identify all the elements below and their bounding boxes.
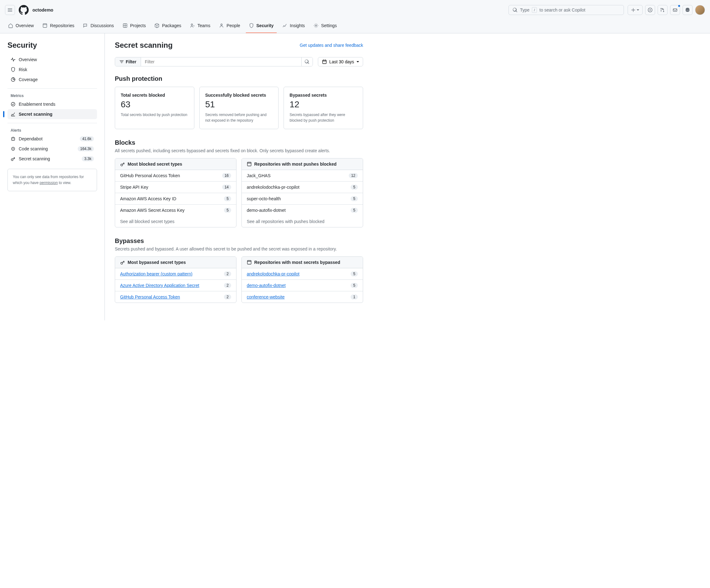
hamburger-menu-button[interactable] [5, 5, 15, 15]
sidebar-item-secret-scanning-alerts[interactable]: Secret scanning 3.3k [7, 154, 97, 164]
blocks-heading: Blocks [115, 139, 363, 146]
see-all-blocked-types-link[interactable]: See all blocked secret types [115, 216, 236, 227]
sidebar-section-metrics: Metrics [7, 91, 97, 99]
sidebar-item-enablement-trends[interactable]: Enablement trends [7, 99, 97, 109]
bypasses-subheading: Secrets pushed and bypassed. A user allo… [115, 246, 363, 252]
feedback-link[interactable]: Get updates and share feedback [300, 43, 363, 48]
svg-rect-27 [247, 260, 251, 264]
app-header: octodemo Type / to search or ask Copilot [0, 0, 710, 20]
svg-rect-2 [43, 24, 47, 27]
filter-input[interactable] [141, 57, 301, 66]
filter-search-button[interactable] [301, 57, 313, 66]
notification-indicator-icon [678, 5, 680, 7]
sidebar-item-dependabot[interactable]: Dependabot 41.6k [7, 134, 97, 144]
main-content: Secret scanning Get updates and share fe… [105, 33, 373, 320]
global-search[interactable]: Type / to search or ask Copilot [508, 5, 624, 15]
repo-icon [247, 260, 252, 265]
list-item[interactable]: Authorization bearer (custom pattern)2 [115, 268, 236, 280]
tab-insights[interactable]: Insights [279, 20, 308, 33]
panel-repos-pushes-blocked: Repositories with most pushes blocked Ja… [241, 158, 363, 228]
list-item[interactable]: demo-autofix-dotnet5 [242, 280, 363, 291]
list-item[interactable]: Azure Active Directory Application Secre… [115, 280, 236, 291]
svg-point-14 [14, 139, 14, 139]
slash-key-icon: / [532, 7, 537, 13]
tab-teams[interactable]: Teams [187, 20, 213, 33]
list-item[interactable]: demo-autofix-dotnet5 [242, 205, 363, 216]
tab-packages[interactable]: Packages [151, 20, 184, 33]
tab-security[interactable]: Security [246, 20, 277, 33]
date-range-button[interactable]: Last 30 days [318, 57, 363, 67]
stat-cards: Total secrets blocked 63 Total secrets b… [115, 87, 363, 129]
copilot-button[interactable] [683, 5, 692, 15]
tab-settings[interactable]: Settings [310, 20, 340, 33]
sidebar-item-overview[interactable]: Overview [7, 54, 97, 65]
create-new-button[interactable] [628, 5, 643, 15]
pull-requests-button[interactable] [658, 5, 668, 15]
list-item[interactable]: GitHub Personal Access Token2 [115, 291, 236, 303]
list-item[interactable]: GitHub Personal Access Token16 [115, 170, 236, 182]
page-title: Secret scanning [115, 41, 172, 50]
user-avatar[interactable] [695, 5, 705, 15]
security-sidebar: Security Overview Risk Coverage Metrics … [0, 33, 105, 320]
search-icon [513, 7, 518, 13]
see-all-repos-blocked-link[interactable]: See all repositories with pushes blocked [242, 216, 363, 227]
tab-repositories[interactable]: Repositories [39, 20, 77, 33]
search-icon [305, 59, 309, 64]
filter-bar: Filter [115, 57, 313, 67]
list-item[interactable]: andrekolodochka-pr-copilot5 [242, 268, 363, 280]
svg-point-17 [13, 148, 14, 149]
sidebar-section-alerts: Alerts [7, 126, 97, 134]
panel-repos-bypassed: Repositories with most secrets bypassed … [241, 256, 363, 303]
org-name[interactable]: octodemo [32, 7, 53, 13]
sidebar-item-risk[interactable]: Risk [7, 65, 97, 74]
panel-bypassed-secret-types: Most bypassed secret types Authorization… [115, 256, 236, 303]
list-item[interactable]: Amazon AWS Secret Access Key5 [115, 205, 236, 216]
notifications-button[interactable] [670, 5, 680, 15]
tab-projects[interactable]: Projects [119, 20, 149, 33]
permission-info-box: You can only see data from repositories … [7, 169, 97, 191]
list-item[interactable]: Amazon AWS Access Key ID5 [115, 193, 236, 205]
svg-rect-19 [323, 60, 326, 64]
sidebar-item-secret-scanning-metrics[interactable]: Secret scanning [7, 109, 97, 119]
list-item[interactable]: conference-website1 [242, 291, 363, 303]
push-protection-heading: Push protection [115, 75, 363, 83]
list-item[interactable]: Jack_GHAS12 [242, 170, 363, 182]
permission-link[interactable]: permission [40, 181, 58, 185]
chevron-down-icon [357, 61, 359, 63]
blocks-subheading: All secrets pushed, including secrets by… [115, 148, 363, 153]
stat-card-successfully-blocked: Successfully blocked secrets 51 Secrets … [199, 87, 279, 129]
filter-button[interactable]: Filter [115, 57, 141, 66]
tab-discussions[interactable]: Discussions [80, 20, 117, 33]
repo-icon [247, 162, 252, 167]
svg-point-7 [191, 24, 192, 26]
sidebar-item-coverage[interactable]: Coverage [7, 74, 97, 85]
list-item[interactable]: super-octo-health5 [242, 193, 363, 205]
issues-button[interactable] [645, 5, 655, 15]
svg-point-8 [221, 24, 222, 26]
calendar-icon [322, 59, 327, 64]
sidebar-item-code-scanning[interactable]: Code scanning 164.3k [7, 144, 97, 154]
list-item[interactable]: andrekolodochka-pr-copilot5 [242, 182, 363, 193]
svg-point-13 [12, 139, 13, 139]
svg-point-9 [315, 25, 317, 26]
key-icon [120, 162, 125, 167]
tab-overview[interactable]: Overview [5, 20, 37, 33]
svg-point-11 [11, 102, 15, 106]
panel-blocked-secret-types: Most blocked secret types GitHub Persona… [115, 158, 236, 228]
filter-icon [119, 60, 124, 64]
org-nav-tabs: Overview Repositories Discussions Projec… [0, 20, 710, 33]
svg-rect-24 [247, 162, 251, 166]
sidebar-title: Security [7, 41, 97, 50]
bypasses-heading: Bypasses [115, 237, 363, 244]
tab-people[interactable]: People [216, 20, 243, 33]
key-icon [120, 260, 125, 265]
svg-point-1 [649, 9, 651, 10]
github-logo-icon[interactable] [19, 5, 29, 15]
list-item[interactable]: Stripe API Key14 [115, 182, 236, 193]
stat-card-total-blocked: Total secrets blocked 63 Total secrets b… [115, 87, 194, 129]
svg-rect-12 [11, 138, 15, 140]
stat-card-bypassed: Bypassed secrets 12 Secrets bypassed aft… [284, 87, 363, 129]
